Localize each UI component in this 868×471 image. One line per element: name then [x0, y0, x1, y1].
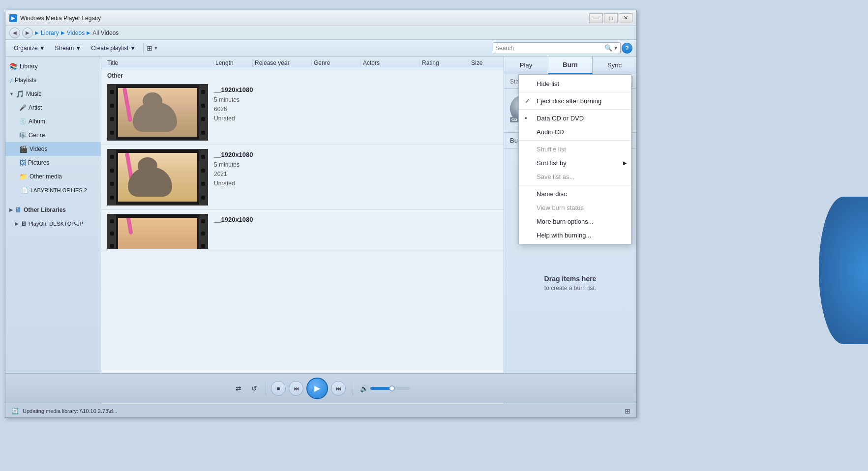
- minimize-button[interactable]: —: [589, 13, 603, 23]
- breadcrumb-library[interactable]: Library: [41, 29, 59, 36]
- repeat-button[interactable]: ↺: [248, 382, 261, 395]
- sidebar-other-libraries[interactable]: ▶ 🖥 Other Libraries: [5, 203, 101, 217]
- libraries-collapse-arrow: ▶: [9, 207, 13, 212]
- menu-separator-2: [519, 109, 631, 110]
- other-libraries-icon: 🖥: [15, 206, 22, 214]
- maximize-button[interactable]: □: [604, 13, 618, 23]
- playon-collapse-arrow: ▶: [15, 221, 19, 226]
- film-holes-right-3: [199, 215, 207, 249]
- stream-button[interactable]: Stream ▼: [51, 42, 86, 55]
- toolbar-separator: [143, 43, 144, 53]
- burn-dropdown-menu: Hide list ✓ Eject disc after burning • D…: [518, 74, 631, 244]
- other-media-icon: 📁: [19, 173, 28, 180]
- film-hole: [201, 131, 205, 135]
- stream-dropdown-icon: ▼: [75, 45, 81, 52]
- video-meta-3: __1920x1080: [214, 214, 498, 225]
- grid-view-icon[interactable]: ⊞: [625, 407, 630, 415]
- video-length-2: 5 minutes: [214, 160, 498, 170]
- help-button[interactable]: ?: [622, 43, 632, 54]
- search-dropdown-icon[interactable]: ▼: [613, 45, 618, 51]
- sort-view-icon[interactable]: ⊞: [147, 44, 152, 52]
- stop-button[interactable]: ■: [271, 381, 286, 396]
- sidebar-item-playlists[interactable]: ♪ Playlists: [5, 73, 101, 87]
- sidebar-item-videos[interactable]: 🎬 Videos: [5, 142, 101, 156]
- col-release-year[interactable]: Release year: [253, 59, 312, 66]
- film-hole: [201, 117, 205, 121]
- menu-eject-disc[interactable]: ✓ Eject disc after burning: [519, 94, 631, 108]
- tab-burn[interactable]: Burn: [548, 57, 593, 74]
- col-rating[interactable]: Rating: [420, 59, 469, 66]
- video-item-2[interactable]: __1920x1080 5 minutes 2021 Unrated: [101, 145, 504, 210]
- next-button[interactable]: ⏭: [331, 381, 346, 396]
- section-other-label: Other: [101, 69, 504, 80]
- tab-sync[interactable]: Sync: [593, 57, 636, 74]
- content-area: Title Length Release year Genre Actors R…: [101, 57, 504, 417]
- menu-sort-list-by[interactable]: Sort list by ▶: [519, 156, 631, 170]
- film-holes-left-1: [108, 85, 116, 140]
- menu-help-burning[interactable]: Help with burning...: [519, 228, 631, 242]
- repeat-icon: ↺: [251, 384, 257, 392]
- menu-view-burn-status: View burn status: [519, 201, 631, 214]
- col-actors[interactable]: Actors: [361, 59, 420, 66]
- menu-data-cd-dvd[interactable]: • Data CD or DVD: [519, 111, 631, 125]
- video-thumbnail-2: [107, 149, 208, 206]
- create-playlist-button[interactable]: Create playlist ▼: [87, 42, 140, 55]
- sidebar-item-album[interactable]: 💿 Album: [5, 115, 101, 128]
- back-button[interactable]: ◀: [9, 28, 20, 38]
- stop-icon: ■: [277, 385, 280, 391]
- sidebar-item-other-media[interactable]: 📁 Other media: [5, 170, 101, 183]
- menu-name-disc[interactable]: Name disc: [519, 187, 631, 201]
- sidebar-item-artist[interactable]: 🎤 Artist: [5, 101, 101, 115]
- breadcrumb-videos[interactable]: Videos: [67, 29, 85, 36]
- sidebar: 📚 Library ♪ Playlists ▼ 🎵 Music 🎤 Artist…: [5, 57, 101, 417]
- sidebar-item-music[interactable]: ▼ 🎵 Music: [5, 87, 101, 101]
- sidebar-item-pictures[interactable]: 🖼 Pictures: [5, 156, 101, 170]
- app-icon: ▶: [9, 14, 17, 22]
- sidebar-item-labyrinth[interactable]: 📄 LABYRINTH.OF.LIES.2: [5, 183, 101, 197]
- sidebar-item-genre[interactable]: 🎼 Genre: [5, 128, 101, 142]
- menu-save-list-as: Save list as...: [519, 170, 631, 183]
- forward-button[interactable]: ▶: [22, 28, 33, 38]
- video-title-1: __1920x1080: [214, 86, 498, 93]
- breadcrumb-arrow-1: ▶: [35, 30, 39, 35]
- column-headers: Title Length Release year Genre Actors R…: [101, 57, 504, 69]
- film-hole: [201, 104, 205, 108]
- film-hole: [201, 90, 205, 94]
- menu-hide-list[interactable]: Hide list: [519, 77, 631, 90]
- album-icon: 💿: [19, 118, 27, 125]
- menu-separator-3: [519, 140, 631, 141]
- nav-bar: ◀ ▶ ▶ Library ▶ Videos ▶ All Videos: [5, 26, 636, 40]
- menu-audio-cd[interactable]: Audio CD: [519, 125, 631, 139]
- sort-dropdown-icon[interactable]: ▼: [153, 45, 158, 51]
- breadcrumb-arrow-3: ▶: [87, 30, 90, 35]
- col-length[interactable]: Length: [213, 59, 253, 66]
- col-size[interactable]: Size: [469, 59, 504, 66]
- shuffle-button[interactable]: ⇄: [232, 382, 245, 395]
- col-genre[interactable]: Genre: [312, 59, 361, 66]
- video-year-2: 2021: [214, 170, 498, 179]
- tab-play[interactable]: Play: [504, 57, 548, 74]
- sort-submenu-arrow: ▶: [623, 160, 627, 166]
- video-year-1: 6026: [214, 105, 498, 114]
- volume-icon[interactable]: 🔊: [360, 384, 368, 392]
- film-holes-right-2: [199, 150, 207, 205]
- prev-button[interactable]: ⏮: [289, 381, 303, 396]
- sidebar-item-library[interactable]: 📚 Library: [5, 59, 101, 73]
- volume-slider-thumb: [389, 385, 395, 391]
- organize-button[interactable]: Organize ▼: [9, 42, 50, 55]
- video-rating-2: Unrated: [214, 179, 498, 188]
- video-item-1[interactable]: __1920x1080 5 minutes 6026 Unrated: [101, 80, 504, 145]
- film-holes-right-1: [199, 85, 207, 140]
- close-button[interactable]: ✕: [619, 13, 632, 23]
- menu-separator-1: [519, 92, 631, 92]
- film-holes-left-2: [108, 150, 116, 205]
- pictures-icon: 🖼: [19, 159, 26, 167]
- video-item-3[interactable]: __1920x1080: [101, 210, 504, 249]
- volume-slider[interactable]: [370, 387, 410, 390]
- play-button[interactable]: ▶: [306, 378, 328, 399]
- search-input[interactable]: [495, 45, 604, 52]
- col-title[interactable]: Title: [105, 59, 213, 66]
- sidebar-item-playon[interactable]: ▶ 🖥 PlayOn: DESKTOP-JP: [5, 217, 101, 231]
- menu-more-burn-options[interactable]: More burn options...: [519, 214, 631, 228]
- search-icon[interactable]: 🔍: [604, 44, 612, 52]
